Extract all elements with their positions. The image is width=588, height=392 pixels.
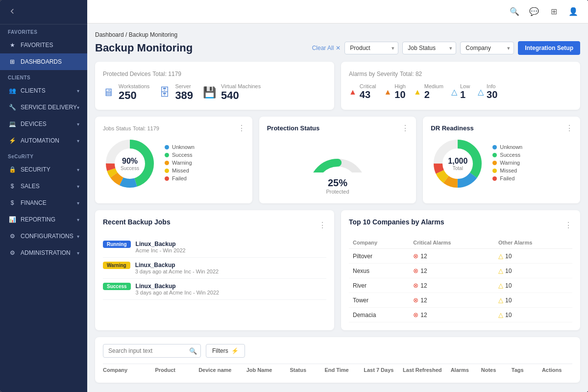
top-companies-menu[interactable]: ⋮: [564, 220, 572, 230]
legend-unknown: Unknown: [165, 144, 195, 150]
jobs-status-center: 90% Success: [121, 157, 139, 171]
sidebar-back-button[interactable]: [0, 0, 87, 24]
legend-success-label: Success: [172, 152, 193, 158]
chevron-down-icon-10: ▾: [77, 250, 79, 256]
protection-status-title: Protection Status: [267, 124, 409, 132]
sidebar-item-finance[interactable]: $ FINANCE ▾: [0, 195, 87, 211]
dr-readiness-menu[interactable]: ⋮: [565, 123, 573, 133]
user-icon[interactable]: 👤: [566, 5, 580, 19]
critical-3: ⊗12: [409, 293, 494, 308]
integration-setup-button[interactable]: Integration Setup: [518, 41, 580, 55]
sidebar-label-reporting: REPORTING: [21, 216, 55, 223]
jobs-status-title: Jobs Status Total: 1179: [103, 124, 245, 132]
filters-button[interactable]: Filters ⚡: [206, 344, 245, 358]
gauge-label: Protected: [326, 189, 349, 195]
sidebar-item-configurations[interactable]: ⚙ CONFIGURATIONS ▾: [0, 228, 87, 245]
company-3: Tower: [349, 293, 409, 308]
vm-item: 💾 Virtual Machines 540: [203, 83, 261, 102]
recent-jobs-menu[interactable]: ⋮: [318, 220, 326, 230]
col-status: Status: [290, 367, 324, 373]
sidebar-item-automation[interactable]: ⚡ AUTOMATION ▾: [0, 132, 87, 149]
sidebar-item-favorites[interactable]: ★ FAVORITES: [0, 37, 87, 53]
medium-alarm-icon: ▲: [414, 88, 421, 97]
top-companies-card: Top 10 Companies by Alarms ⋮ Company Cri…: [341, 210, 580, 330]
other-icon-2: △: [498, 282, 503, 289]
sidebar-section-clients: CLIENTS: [0, 70, 87, 82]
search-icon-topbar[interactable]: 🔍: [508, 5, 521, 19]
server-label: Server: [175, 83, 193, 89]
search-section: 🔍 Filters ⚡ Company Product Device name …: [95, 337, 580, 383]
job-item-0: Running Linux_Backup Acme Inc - Win 2022: [103, 237, 326, 258]
dr-legend-failed: Failed: [492, 175, 522, 181]
breadcrumb: Dashboard / Backup Monitoring: [95, 31, 580, 38]
sidebar-item-security[interactable]: 🔒 SECURITY ▾: [0, 161, 87, 178]
server-info: Server 389: [175, 83, 193, 102]
sidebar-item-clients[interactable]: 👥 CLIENTS ▾: [0, 82, 87, 99]
page-header: Backup Monitoring Clear All ✕ Product Jo…: [95, 41, 580, 55]
medium-alarm: ▲ Medium 2: [414, 83, 443, 100]
info-alarm-count: 30: [487, 89, 497, 100]
dr-readiness-title: DR Readiness: [431, 124, 572, 132]
companies-table: Company Critical Alarms Other Alarms Pil…: [349, 237, 572, 322]
job-status-filter[interactable]: Job Status: [402, 42, 456, 54]
legend-success: Success: [165, 152, 195, 158]
sidebar-label-finance: FINANCE: [21, 199, 47, 206]
job-details-2: Linux_Backup 3 days ago at Acme Inc - Wi…: [136, 283, 220, 295]
apps-icon[interactable]: ⊞: [547, 5, 561, 19]
gauge-svg: [306, 138, 369, 172]
critical-alarm-icon: ▲: [349, 88, 357, 97]
chat-icon[interactable]: 💬: [527, 5, 541, 19]
server-icon: 🗄: [159, 86, 170, 99]
chevron-down-icon-7: ▾: [77, 200, 79, 206]
low-alarm-label: Low: [460, 83, 470, 89]
product-filter[interactable]: Product: [344, 42, 398, 54]
info-alarm-info: Info 30: [487, 83, 497, 100]
protection-status-card: Protection Status ⋮ 25% Protected: [259, 117, 416, 203]
config-icon: ⚙: [8, 232, 17, 241]
sidebar-item-service-delivery[interactable]: 🔧 SERVICE DELIVERY ▾: [0, 99, 87, 116]
sales-icon: $: [8, 182, 17, 191]
sidebar-item-reporting[interactable]: 📊 REPORTING ▾: [0, 211, 87, 228]
sidebar: FAVORITES ★ FAVORITES ⊞ DASHBOARDS CLIEN…: [0, 0, 87, 392]
clear-all-label: Clear All: [312, 45, 334, 51]
sidebar-item-administration[interactable]: ⚙ ADMINISTRATION ▾: [0, 245, 87, 261]
jobs-status-donut: 90% Success: [103, 137, 157, 191]
server-item: 🗄 Server 389: [159, 83, 193, 102]
other-1: △10: [494, 264, 572, 278]
critical-icon-0: ⊗: [413, 252, 418, 260]
jobs-status-sub: Success: [121, 166, 139, 171]
workstation-icon: 🖥: [103, 86, 114, 99]
dr-pct: 1,000: [448, 157, 467, 166]
jobs-status-menu[interactable]: ⋮: [238, 123, 245, 133]
filter-icon: ⚡: [231, 347, 239, 354]
critical-icon-1: ⊗: [413, 267, 418, 274]
chevron-down-icon-9: ▾: [77, 234, 79, 239]
dr-readiness-card: DR Readiness ⋮: [423, 117, 580, 203]
dr-donut: 1,000 Total: [431, 137, 485, 191]
sidebar-item-dashboards[interactable]: ⊞ DASHBOARDS: [0, 53, 87, 70]
company-4: Demacia: [349, 308, 409, 322]
col-end-time: End Time: [324, 367, 364, 373]
job-details-1: Linux_Backup 3 days ago at Acme Inc - Wi…: [135, 262, 219, 274]
search-input[interactable]: [103, 344, 201, 358]
protection-status-menu[interactable]: ⋮: [401, 123, 409, 133]
job-name-0: Linux_Backup: [136, 241, 186, 247]
other-icon-1: △: [498, 267, 503, 274]
clear-all-button[interactable]: Clear All ✕: [312, 45, 341, 51]
sidebar-item-sales[interactable]: $ SALES ▾: [0, 178, 87, 195]
company-filter[interactable]: Company: [460, 42, 514, 54]
automation-icon: ⚡: [8, 136, 17, 145]
breadcrumb-parent[interactable]: Dashboard: [95, 31, 124, 38]
critical-icon-4: ⊗: [413, 311, 418, 318]
sidebar-section-favorites: FAVORITES: [0, 24, 87, 37]
company-1: Nexus: [349, 264, 409, 278]
grid-icon: ⊞: [8, 57, 17, 66]
legend-missed: Missed: [165, 168, 195, 173]
other-icon-0: △: [498, 252, 503, 260]
critical-1: ⊗12: [409, 264, 494, 278]
legend-unknown-label: Unknown: [172, 144, 195, 150]
sidebar-item-devices[interactable]: 💻 DEVICES ▾: [0, 116, 87, 132]
col-device-name: Device name: [198, 367, 246, 373]
workstations-count: 250: [119, 89, 149, 102]
job-badge-running: Running: [103, 241, 131, 248]
